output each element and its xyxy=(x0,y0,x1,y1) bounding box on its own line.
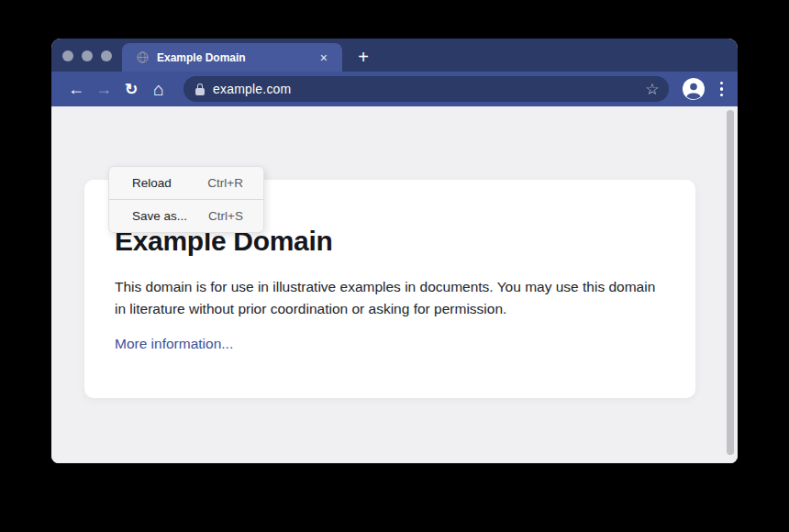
minimize-window-button[interactable] xyxy=(82,50,93,61)
menu-item-shortcut: Ctrl+S xyxy=(208,209,243,223)
menu-item-shortcut: Ctrl+R xyxy=(207,176,243,190)
close-window-button[interactable] xyxy=(62,50,73,61)
menu-item-label: Reload xyxy=(132,176,172,190)
lock-icon xyxy=(195,83,205,95)
browser-tab[interactable]: Example Domain × xyxy=(122,43,342,72)
vertical-scrollbar[interactable] xyxy=(727,110,734,455)
context-menu-item-reload[interactable]: Reload Ctrl+R xyxy=(109,167,263,199)
titlebar: Example Domain × + xyxy=(51,39,738,72)
toolbar: ← → ↻ ⌂ example.com ☆ xyxy=(51,72,738,106)
more-information-link[interactable]: More information... xyxy=(115,336,233,352)
profile-avatar-icon[interactable] xyxy=(683,78,705,100)
menu-item-label: Save as... xyxy=(132,209,187,223)
kebab-menu-icon[interactable] xyxy=(715,78,729,101)
bookmark-star-icon[interactable]: ☆ xyxy=(645,82,659,97)
home-icon[interactable]: ⌂ xyxy=(145,75,172,103)
tab-close-icon[interactable]: × xyxy=(317,49,331,67)
reload-icon[interactable]: ↻ xyxy=(117,75,145,103)
address-bar[interactable]: example.com ☆ xyxy=(183,76,669,102)
page-body-text: This domain is for use in illustrative e… xyxy=(115,276,658,320)
maximize-window-button[interactable] xyxy=(101,50,112,61)
new-tab-button[interactable]: + xyxy=(349,43,378,72)
globe-favicon-icon xyxy=(137,51,149,63)
window-controls xyxy=(62,50,112,61)
forward-icon[interactable]: → xyxy=(90,75,117,103)
url-text: example.com xyxy=(213,82,291,96)
back-icon[interactable]: ← xyxy=(62,75,90,103)
context-menu: Reload Ctrl+R Save as... Ctrl+S xyxy=(108,166,264,233)
tab-title: Example Domain xyxy=(157,51,317,64)
page-content: Example Domain This domain is for use in… xyxy=(51,106,738,463)
browser-window: Example Domain × + ← → ↻ ⌂ example.com ☆ xyxy=(51,39,738,463)
context-menu-item-save-as[interactable]: Save as... Ctrl+S xyxy=(109,200,263,232)
